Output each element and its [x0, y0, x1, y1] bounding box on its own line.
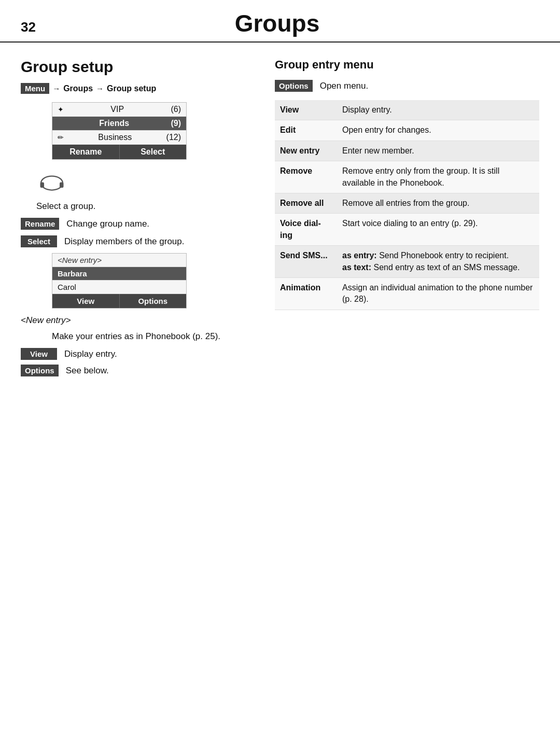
menu-desc-new-entry: Enter new member. — [337, 141, 539, 161]
member-screen: <New entry> Barbara Carol View Options — [52, 253, 187, 309]
menu-desc-voice-dial: Start voice dialing to an entry (p. 29). — [337, 214, 539, 246]
menu-label-remove: Remove — [275, 161, 337, 193]
headset-icon-wrap — [36, 170, 259, 196]
breadcrumb-arrow1: → — [52, 84, 60, 93]
options-desc-text: See below. — [66, 365, 109, 377]
menu-desc-send-sms: as entry: Send Phonebook entry to recipi… — [337, 246, 539, 278]
breadcrumb-group-setup: Group setup — [107, 84, 156, 93]
menu-row-remove-all: Remove all Remove all entries from the g… — [275, 193, 539, 213]
as-text-label: as text: — [342, 263, 371, 272]
menu-label-edit: Edit — [275, 120, 337, 141]
menu-row-send-sms: Send SMS... as entry: Send Phonebook ent… — [275, 246, 539, 278]
phone-buttons: Rename Select — [52, 145, 186, 159]
menu-table: View Display entry. Edit Open entry for … — [275, 100, 539, 310]
business-label: Business — [98, 133, 132, 142]
select-button[interactable]: Select — [120, 145, 187, 159]
left-section-heading: Group setup — [21, 58, 259, 76]
menu-row-edit: Edit Open entry for changes. — [275, 120, 539, 141]
menu-label-voice-dial: Voice dial-ing — [275, 214, 337, 246]
phone-screen: ✦ VIP (6) Friends (9) ✏ Business (12) Re… — [52, 102, 187, 160]
menu-label-send-sms: Send SMS... — [275, 246, 337, 278]
menu-desc-edit: Open entry for changes. — [337, 120, 539, 141]
breadcrumb-groups: Groups — [63, 84, 93, 93]
page-header: 32 Groups — [0, 0, 560, 43]
menu-row-voice-dial: Voice dial-ing Start voice dialing to an… — [275, 214, 539, 246]
phone-row-business: ✏ Business (12) — [52, 131, 186, 145]
options-badge-left: Options — [21, 365, 59, 376]
business-icon: ✏ — [58, 133, 64, 142]
view-button[interactable]: View — [52, 294, 120, 308]
menu-row-new-entry: New entry Enter new member. — [275, 141, 539, 161]
right-column: Group entry menu Options Open menu. View… — [275, 58, 539, 382]
options-open-row: Options Open menu. — [275, 80, 539, 92]
menu-desc-view: Display entry. — [337, 100, 539, 120]
options-desc-row: Options See below. — [21, 365, 259, 377]
phone-row-vip: ✦ VIP (6) — [52, 103, 186, 117]
vip-icon: ✦ — [58, 105, 64, 114]
breadcrumb: Menu → Groups → Group setup — [21, 83, 259, 94]
member-buttons: View Options — [52, 294, 186, 308]
rename-desc-row: Rename Change group name. — [21, 218, 259, 230]
friends-count: (9) — [171, 119, 181, 128]
menu-label-animation: Animation — [275, 277, 337, 310]
business-count: (12) — [166, 133, 181, 142]
right-section-heading: Group entry menu — [275, 58, 539, 72]
menu-desc-remove-all: Remove all entries from the group. — [337, 193, 539, 213]
select-desc-row: Select Display members of the group. — [21, 235, 259, 248]
options-badge-right: Options — [275, 80, 313, 92]
menu-label-new-entry: New entry — [275, 141, 337, 161]
new-entry-label: <New entry> — [21, 315, 259, 326]
open-menu-text: Open menu. — [320, 81, 369, 91]
svg-rect-2 — [60, 183, 64, 188]
new-entry-desc: Make your entries as in Phonebook (p. 25… — [52, 330, 259, 343]
carol-row: Carol — [52, 281, 186, 294]
menu-row-animation: Animation Assign an individual animation… — [275, 277, 539, 310]
view-desc-row: View Display entry. — [21, 348, 259, 360]
menu-row-view: View Display entry. — [275, 100, 539, 120]
menu-row-remove: Remove Remove entry only from the group.… — [275, 161, 539, 193]
phone-row-friends: Friends (9) — [52, 117, 186, 131]
svg-point-0 — [41, 176, 63, 190]
select-desc-text: Display members of the group. — [64, 235, 185, 248]
left-column: Group setup Menu → Groups → Group setup … — [21, 58, 259, 382]
headset-icon — [36, 170, 67, 196]
select-badge: Select — [21, 235, 57, 247]
friends-label: Friends — [99, 119, 129, 128]
menu-label-remove-all: Remove all — [275, 193, 337, 213]
options-button[interactable]: Options — [120, 294, 187, 308]
vip-label: VIP — [110, 105, 124, 114]
view-badge: View — [21, 348, 57, 360]
breadcrumb-arrow2: → — [96, 84, 104, 93]
rename-button[interactable]: Rename — [52, 145, 120, 159]
menu-label-view: View — [275, 100, 337, 120]
breadcrumb-menu: Menu — [21, 83, 49, 94]
rename-badge: Rename — [21, 218, 59, 230]
page-number: 32 — [21, 19, 36, 35]
main-content: Group setup Menu → Groups → Group setup … — [0, 43, 560, 398]
svg-rect-1 — [40, 183, 45, 188]
barbara-row: Barbara — [52, 267, 186, 281]
new-entry-row: <New entry> — [52, 254, 186, 267]
as-entry-label: as entry: — [342, 251, 377, 260]
vip-count: (6) — [171, 105, 181, 114]
rename-desc-text: Change group name. — [66, 218, 149, 230]
page-title: Groups — [57, 9, 539, 37]
view-desc-text: Display entry. — [64, 348, 117, 360]
new-entry-label-text: <New entry> — [21, 315, 71, 325]
menu-desc-animation: Assign an individual animation to the ph… — [337, 277, 539, 310]
select-group-text: Select a group. — [36, 201, 259, 212]
menu-desc-remove: Remove entry only from the group. It is … — [337, 161, 539, 193]
